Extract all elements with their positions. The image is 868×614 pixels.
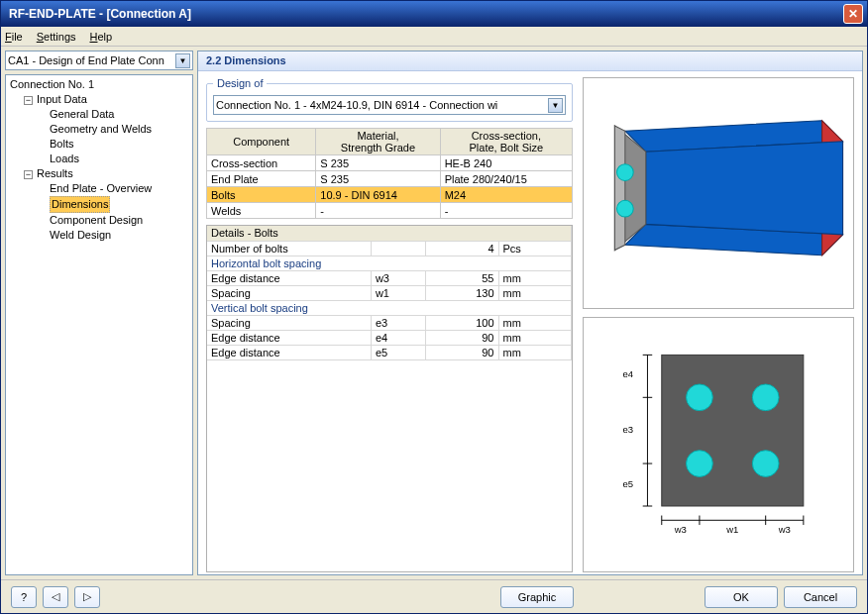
tree-general-data[interactable]: General Data [10,107,188,122]
design-of-group: Design of Connection No. 1 - 4xM24-10.9,… [206,77,573,122]
case-combo-text: CA1 - Design of End Plate Conn [8,54,175,66]
tree-input-data[interactable]: −Input Data [10,92,188,107]
col-component: Component [207,129,316,155]
svg-marker-3 [646,142,843,235]
menu-help[interactable]: Help [90,31,113,43]
table-row[interactable]: Spacinge3100mm [207,315,572,330]
left-pane: CA1 - Design of End Plate Conn ▼ Connect… [5,51,193,575]
data-column: Design of Connection No. 1 - 4xM24-10.9,… [206,77,573,572]
footer-bar: ? ◁ ▷ Graphic OK Cancel [1,579,867,613]
table-row[interactable]: Edge distancee590mm [207,345,572,359]
table-row[interactable]: Welds-- [207,203,573,219]
svg-rect-8 [662,355,804,506]
chevron-down-icon[interactable]: ▼ [548,98,563,113]
content-area: CA1 - Design of End Plate Conn ▼ Connect… [1,47,867,579]
details-title: Details - Bolts [207,226,572,241]
design-of-combo[interactable]: Connection No. 1 - 4xM24-10.9, DIN 6914 … [213,95,566,115]
table-row[interactable]: Edge distancew355mm [207,270,572,285]
title-bar: RF-END-PLATE - [Connection A] ✕ [1,1,867,27]
nav-tree[interactable]: Connection No. 1 −Input Data General Dat… [5,74,193,575]
beam-3d-view[interactable] [583,77,854,309]
panel-title: 2.2 Dimensions [198,51,862,71]
tree-weld-design[interactable]: Weld Design [10,228,188,243]
table-row[interactable]: Vertical bolt spacing [207,300,572,315]
table-row[interactable]: Horizontal bolt spacing [207,256,572,270]
tree-geometry[interactable]: Geometry and Welds [10,122,188,137]
col-cross: Cross-section,Plate, Bolt Size [440,129,572,155]
close-button[interactable]: ✕ [843,4,863,24]
svg-marker-5 [614,126,624,251]
label-w1: w1 [725,524,738,535]
plate-schematic[interactable]: e4 e3 e5 w3 w1 w3 [583,317,854,572]
table-row[interactable]: Edge distancee490mm [207,330,572,345]
prev-button[interactable]: ◁ [43,586,68,608]
tree-root[interactable]: Connection No. 1 [10,77,188,92]
graphic-button[interactable]: Graphic [500,586,574,608]
svg-point-12 [752,451,779,477]
case-combo[interactable]: CA1 - Design of End Plate Conn ▼ [5,51,193,70]
table-row[interactable]: Number of bolts4Pcs [207,241,572,256]
label-w3l: w3 [674,524,687,535]
tree-dimensions[interactable]: Dimensions [10,196,188,213]
collapse-icon[interactable]: − [24,170,33,179]
details-panel: Details - Bolts Number of bolts4PcsHoriz… [206,225,573,572]
label-e5: e5 [623,478,634,489]
label-e3: e3 [623,424,634,435]
menu-settings[interactable]: Settings [37,31,76,43]
col-material: Material,Strength Grade [316,129,440,155]
table-row[interactable]: End PlateS 235Plate 280/240/15 [207,171,573,187]
menu-bar: File Settings Help [1,27,867,47]
tree-bolts[interactable]: Bolts [10,137,188,152]
design-of-text: Connection No. 1 - 4xM24-10.9, DIN 6914 … [216,99,548,111]
tree-loads[interactable]: Loads [10,152,188,166]
cancel-button[interactable]: Cancel [784,586,857,608]
next-button[interactable]: ▷ [74,586,100,608]
graphics-column: e4 e3 e5 w3 w1 w3 [583,77,854,572]
collapse-icon[interactable]: − [24,96,33,105]
right-pane: 2.2 Dimensions Design of Connection No. … [197,51,863,575]
svg-point-11 [687,451,713,477]
table-row[interactable]: Spacingw1130mm [207,285,572,300]
ok-button[interactable]: OK [705,586,778,608]
panel-body: Design of Connection No. 1 - 4xM24-10.9,… [198,71,862,574]
chevron-down-icon[interactable]: ▼ [175,53,190,68]
menu-file[interactable]: File [5,31,23,43]
table-row[interactable]: Cross-sectionS 235HE-B 240 [207,155,573,171]
label-w3r: w3 [778,524,791,535]
svg-point-9 [687,384,713,411]
app-window: RF-END-PLATE - [Connection A] ✕ File Set… [0,0,868,614]
table-row[interactable]: Bolts10.9 - DIN 6914M24 [207,187,573,203]
svg-point-7 [616,200,633,217]
svg-point-6 [616,164,633,181]
tree-overview[interactable]: End Plate - Overview [10,181,188,196]
design-of-label: Design of [213,77,267,89]
svg-point-10 [752,384,779,411]
tree-component-design[interactable]: Component Design [10,213,188,228]
label-e4: e4 [623,368,634,379]
tree-results[interactable]: −Results [10,166,188,181]
help-button[interactable]: ? [11,586,37,608]
window-title: RF-END-PLATE - [Connection A] [5,7,843,21]
component-table[interactable]: Component Material,Strength Grade Cross-… [206,128,573,219]
